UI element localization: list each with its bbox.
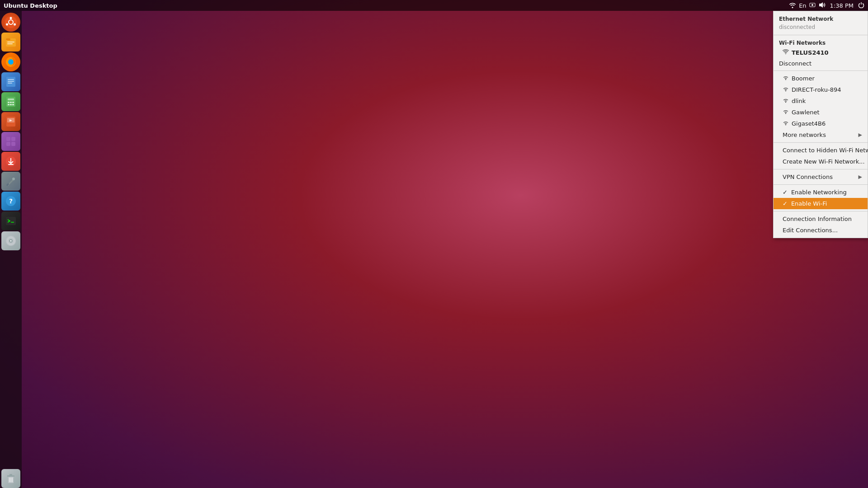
topbar: Ubuntu Desktop En [0,0,868,11]
wifi-icon-gawlenet [783,109,789,116]
svg-rect-25 [12,104,14,105]
enable-wifi-check-icon: ✓ [783,200,788,207]
more-networks-item[interactable]: More networks ▶ [774,129,868,141]
svg-rect-40 [11,222,14,223]
power-icon[interactable] [858,2,864,9]
desktop: Ubuntu Desktop En [0,0,868,488]
svg-point-53 [785,102,786,103]
sidebar-item-install[interactable] [1,152,20,171]
separator-2 [774,70,868,71]
sidebar-item-trash[interactable] [1,469,20,488]
svg-rect-34 [8,164,14,165]
svg-rect-16 [8,81,14,82]
more-networks-arrow-icon: ▶ [859,132,862,138]
topbar-title: Ubuntu Desktop [0,2,789,9]
wifi-icon-dlink [783,98,789,104]
sidebar-item-firefox[interactable] [1,52,20,71]
svg-rect-22 [12,102,14,103]
svg-point-43 [10,240,12,242]
network-item-boomer[interactable]: Boomer [774,73,868,84]
sidebar-item-impress[interactable] [1,112,20,131]
svg-rect-17 [8,83,12,84]
svg-rect-19 [8,99,14,100]
svg-rect-11 [7,43,13,44]
svg-point-6 [14,23,16,26]
connected-network-item[interactable]: TELUS2410 [774,47,868,58]
svg-rect-23 [8,104,9,105]
network-item-dlink[interactable]: dlink [774,95,868,107]
network-item-direct-roku[interactable]: DIRECT-roku-894 [774,84,868,95]
svg-rect-39 [6,217,16,225]
svg-point-13 [8,59,14,65]
svg-rect-47 [9,474,12,475]
sidebar: ? [0,11,22,488]
separator-6 [774,211,868,211]
sidebar-item-ubuntu[interactable] [1,13,20,32]
svg-point-35 [12,178,15,180]
separator-5 [774,184,868,185]
topbar-clock[interactable]: 1:38 PM [828,2,855,9]
sidebar-item-manager[interactable] [1,132,20,151]
separator-4 [774,169,868,169]
svg-rect-29 [6,137,10,141]
vpn-arrow-icon: ▶ [859,174,862,180]
sidebar-item-help[interactable]: ? [1,192,20,211]
sidebar-item-writer[interactable] [1,72,20,91]
wifi-icon-boomer [783,75,789,82]
svg-rect-46 [7,475,14,477]
wifi-icon-gigaset [783,120,789,127]
enable-wifi-item[interactable]: ✓ Enable Wi-Fi [774,198,868,209]
keyboard-layout-indicator[interactable]: En [799,2,806,9]
connect-hidden-item[interactable]: Connect to Hidden Wi-Fi Network... [774,145,868,156]
svg-rect-20 [8,102,9,103]
svg-rect-24 [10,104,12,105]
separator-3 [774,142,868,143]
connected-network-name: TELUS2410 [792,49,829,56]
svg-point-54 [785,113,786,114]
wifi-signal-icon [783,49,789,56]
enable-networking-check-icon: ✓ [783,189,788,196]
disconnect-button[interactable]: Disconnect [774,58,868,69]
separator-1 [774,35,868,35]
svg-marker-2 [819,2,823,8]
sidebar-item-files[interactable] [1,33,20,52]
volume-icon[interactable] [818,1,826,10]
sidebar-item-terminal[interactable] [1,211,20,230]
enable-networking-item[interactable]: ✓ Enable Networking [774,187,868,198]
connection-information-item[interactable]: Connection Information [774,213,868,225]
ethernet-status: disconnected [774,23,868,33]
network-menu: Ethernet Network disconnected Wi-Fi Netw… [773,11,868,238]
svg-rect-9 [6,38,10,40]
topbar-right: En 1:38 PM [789,1,868,10]
create-network-item[interactable]: Create New Wi-Fi Network... [774,156,868,167]
svg-rect-31 [6,142,10,146]
edit-connections-item[interactable]: Edit Connections... [774,225,868,236]
svg-point-52 [785,90,786,91]
ethernet-header: Ethernet Network [774,13,868,23]
svg-rect-21 [10,102,12,103]
svg-text:?: ? [9,197,13,205]
svg-point-7 [6,23,8,26]
svg-rect-30 [11,137,15,141]
wifi-header: Wi-Fi Networks [774,37,868,47]
sidebar-item-optical[interactable] [1,231,20,250]
svg-rect-15 [8,79,14,80]
sidebar-item-calc[interactable] [1,92,20,111]
svg-rect-14 [6,77,15,87]
svg-rect-32 [11,142,15,146]
vpn-connections-item[interactable]: VPN Connections ▶ [774,171,868,183]
svg-rect-10 [7,42,14,42]
wifi-icon-direct-roku [783,86,789,93]
svg-point-1 [811,4,813,6]
wifi-indicator-icon[interactable] [789,1,796,10]
svg-point-51 [785,79,786,80]
network-item-gawlenet[interactable]: Gawlenet [774,107,868,118]
svg-point-55 [785,124,786,125]
network-item-gigaset4b6[interactable]: Gigaset4B6 [774,118,868,129]
svg-point-5 [10,17,12,19]
recording-icon[interactable] [809,2,816,9]
sidebar-item-tools[interactable] [1,172,20,191]
